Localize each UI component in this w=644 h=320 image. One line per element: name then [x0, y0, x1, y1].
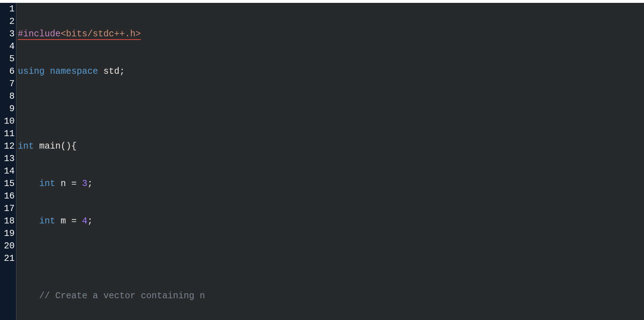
- keyword-token: namespace: [50, 66, 98, 77]
- type-token: int: [39, 216, 55, 226]
- function-token: main: [39, 141, 61, 151]
- line-number: 13: [0, 153, 15, 165]
- line-number: 5: [0, 53, 15, 65]
- code-area[interactable]: #include<bits/stdc++.h> using namespace …: [16, 3, 644, 320]
- comment-token: // Create a vector containing n: [39, 291, 205, 301]
- identifier-token: std: [103, 66, 119, 77]
- identifier-token: n: [61, 179, 66, 189]
- line-number: 15: [0, 177, 15, 190]
- line-number: 21: [0, 252, 15, 265]
- line-number: 6: [0, 65, 15, 78]
- code-line[interactable]: using namespace std;: [18, 65, 644, 78]
- line-number: 12: [0, 140, 15, 153]
- number-token: 4: [82, 216, 87, 226]
- include-path-token: <bits/stdc++.h>: [61, 29, 141, 39]
- line-number: 8: [0, 90, 15, 103]
- line-number-gutter: 1 2 3 4 5 6 7 8 9 10 11 12 13 14 15 16 1…: [0, 3, 16, 320]
- code-line[interactable]: int m = 4;: [18, 215, 644, 227]
- preprocessor-token: #include: [18, 29, 61, 39]
- identifier-token: m: [61, 216, 66, 226]
- line-number: 10: [0, 115, 15, 128]
- line-number: 11: [0, 128, 15, 140]
- line-number: 17: [0, 202, 15, 215]
- code-line[interactable]: int main(){: [18, 140, 644, 153]
- code-line[interactable]: int n = 3;: [18, 177, 644, 190]
- code-editor[interactable]: 1 2 3 4 5 6 7 8 9 10 11 12 13 14 15 16 1…: [0, 3, 644, 320]
- type-token: int: [18, 141, 34, 151]
- code-line[interactable]: [18, 252, 644, 265]
- number-token: 3: [82, 179, 87, 189]
- code-line[interactable]: [18, 103, 644, 115]
- line-number: 19: [0, 227, 15, 240]
- line-number: 14: [0, 165, 15, 177]
- line-number: 16: [0, 190, 15, 202]
- line-number: 9: [0, 103, 15, 115]
- line-number: 4: [0, 40, 15, 53]
- line-number: 3: [0, 28, 15, 40]
- line-number: 7: [0, 78, 15, 90]
- top-bar: [0, 0, 644, 3]
- line-number: 2: [0, 15, 15, 28]
- type-token: int: [39, 179, 55, 189]
- line-number: 1: [0, 3, 15, 15]
- code-line[interactable]: // Create a vector containing n: [18, 290, 644, 302]
- line-number: 18: [0, 215, 15, 227]
- line-number: 20: [0, 240, 15, 252]
- code-line[interactable]: #include<bits/stdc++.h>: [18, 28, 644, 40]
- keyword-token: using: [18, 66, 45, 77]
